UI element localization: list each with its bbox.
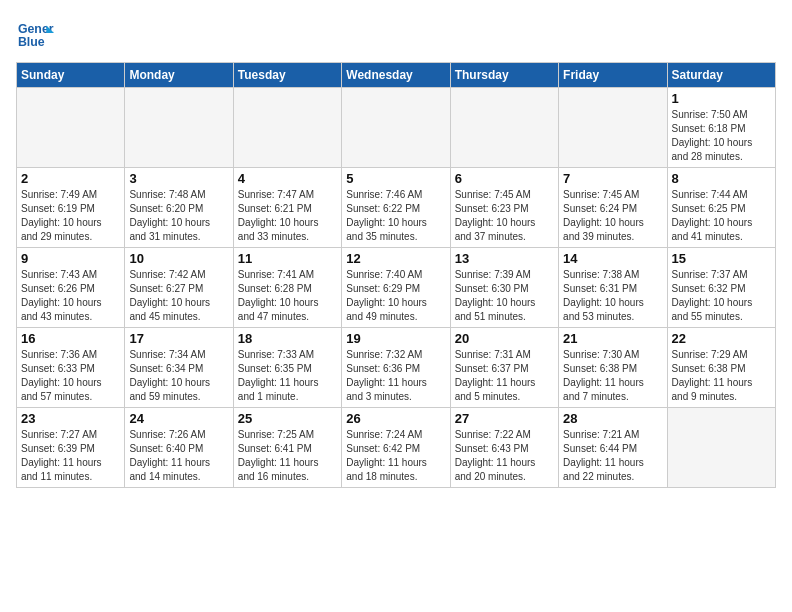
calendar-cell: 13Sunrise: 7:39 AM Sunset: 6:30 PM Dayli… (450, 248, 558, 328)
day-info: Sunrise: 7:46 AM Sunset: 6:22 PM Dayligh… (346, 188, 445, 244)
day-number: 8 (672, 171, 771, 186)
day-number: 19 (346, 331, 445, 346)
calendar-cell: 14Sunrise: 7:38 AM Sunset: 6:31 PM Dayli… (559, 248, 667, 328)
calendar-cell: 2Sunrise: 7:49 AM Sunset: 6:19 PM Daylig… (17, 168, 125, 248)
calendar-cell: 28Sunrise: 7:21 AM Sunset: 6:44 PM Dayli… (559, 408, 667, 488)
calendar-cell: 20Sunrise: 7:31 AM Sunset: 6:37 PM Dayli… (450, 328, 558, 408)
calendar-cell: 4Sunrise: 7:47 AM Sunset: 6:21 PM Daylig… (233, 168, 341, 248)
calendar-cell: 10Sunrise: 7:42 AM Sunset: 6:27 PM Dayli… (125, 248, 233, 328)
calendar-cell: 22Sunrise: 7:29 AM Sunset: 6:38 PM Dayli… (667, 328, 775, 408)
day-info: Sunrise: 7:36 AM Sunset: 6:33 PM Dayligh… (21, 348, 120, 404)
day-number: 2 (21, 171, 120, 186)
day-number: 23 (21, 411, 120, 426)
day-number: 16 (21, 331, 120, 346)
calendar-cell: 16Sunrise: 7:36 AM Sunset: 6:33 PM Dayli… (17, 328, 125, 408)
svg-text:Blue: Blue (18, 35, 45, 49)
day-number: 9 (21, 251, 120, 266)
day-number: 25 (238, 411, 337, 426)
weekday-header-monday: Monday (125, 63, 233, 88)
calendar-cell: 8Sunrise: 7:44 AM Sunset: 6:25 PM Daylig… (667, 168, 775, 248)
calendar-cell: 27Sunrise: 7:22 AM Sunset: 6:43 PM Dayli… (450, 408, 558, 488)
calendar-cell: 24Sunrise: 7:26 AM Sunset: 6:40 PM Dayli… (125, 408, 233, 488)
day-info: Sunrise: 7:24 AM Sunset: 6:42 PM Dayligh… (346, 428, 445, 484)
logo: General Blue (16, 16, 58, 54)
day-number: 18 (238, 331, 337, 346)
calendar-cell: 9Sunrise: 7:43 AM Sunset: 6:26 PM Daylig… (17, 248, 125, 328)
day-info: Sunrise: 7:26 AM Sunset: 6:40 PM Dayligh… (129, 428, 228, 484)
calendar-cell: 6Sunrise: 7:45 AM Sunset: 6:23 PM Daylig… (450, 168, 558, 248)
day-number: 20 (455, 331, 554, 346)
day-number: 22 (672, 331, 771, 346)
calendar-cell (559, 88, 667, 168)
day-info: Sunrise: 7:42 AM Sunset: 6:27 PM Dayligh… (129, 268, 228, 324)
day-number: 17 (129, 331, 228, 346)
calendar-cell: 26Sunrise: 7:24 AM Sunset: 6:42 PM Dayli… (342, 408, 450, 488)
calendar-cell (125, 88, 233, 168)
day-number: 5 (346, 171, 445, 186)
day-info: Sunrise: 7:39 AM Sunset: 6:30 PM Dayligh… (455, 268, 554, 324)
calendar-cell: 11Sunrise: 7:41 AM Sunset: 6:28 PM Dayli… (233, 248, 341, 328)
day-number: 14 (563, 251, 662, 266)
day-info: Sunrise: 7:45 AM Sunset: 6:23 PM Dayligh… (455, 188, 554, 244)
day-info: Sunrise: 7:25 AM Sunset: 6:41 PM Dayligh… (238, 428, 337, 484)
day-info: Sunrise: 7:32 AM Sunset: 6:36 PM Dayligh… (346, 348, 445, 404)
day-info: Sunrise: 7:21 AM Sunset: 6:44 PM Dayligh… (563, 428, 662, 484)
weekday-header-sunday: Sunday (17, 63, 125, 88)
page-header: General Blue (16, 16, 776, 54)
calendar-cell: 19Sunrise: 7:32 AM Sunset: 6:36 PM Dayli… (342, 328, 450, 408)
calendar-cell (17, 88, 125, 168)
day-info: Sunrise: 7:49 AM Sunset: 6:19 PM Dayligh… (21, 188, 120, 244)
day-info: Sunrise: 7:47 AM Sunset: 6:21 PM Dayligh… (238, 188, 337, 244)
day-number: 26 (346, 411, 445, 426)
day-info: Sunrise: 7:31 AM Sunset: 6:37 PM Dayligh… (455, 348, 554, 404)
day-info: Sunrise: 7:27 AM Sunset: 6:39 PM Dayligh… (21, 428, 120, 484)
day-info: Sunrise: 7:45 AM Sunset: 6:24 PM Dayligh… (563, 188, 662, 244)
day-number: 11 (238, 251, 337, 266)
day-number: 28 (563, 411, 662, 426)
day-number: 3 (129, 171, 228, 186)
calendar-cell (233, 88, 341, 168)
day-info: Sunrise: 7:33 AM Sunset: 6:35 PM Dayligh… (238, 348, 337, 404)
day-number: 6 (455, 171, 554, 186)
weekday-header-friday: Friday (559, 63, 667, 88)
weekday-header-wednesday: Wednesday (342, 63, 450, 88)
calendar-cell (342, 88, 450, 168)
day-info: Sunrise: 7:38 AM Sunset: 6:31 PM Dayligh… (563, 268, 662, 324)
calendar-cell: 18Sunrise: 7:33 AM Sunset: 6:35 PM Dayli… (233, 328, 341, 408)
weekday-header-thursday: Thursday (450, 63, 558, 88)
day-number: 4 (238, 171, 337, 186)
day-info: Sunrise: 7:41 AM Sunset: 6:28 PM Dayligh… (238, 268, 337, 324)
day-info: Sunrise: 7:50 AM Sunset: 6:18 PM Dayligh… (672, 108, 771, 164)
day-number: 7 (563, 171, 662, 186)
day-info: Sunrise: 7:44 AM Sunset: 6:25 PM Dayligh… (672, 188, 771, 244)
calendar-cell: 25Sunrise: 7:25 AM Sunset: 6:41 PM Dayli… (233, 408, 341, 488)
calendar-cell (450, 88, 558, 168)
day-info: Sunrise: 7:22 AM Sunset: 6:43 PM Dayligh… (455, 428, 554, 484)
calendar-cell: 17Sunrise: 7:34 AM Sunset: 6:34 PM Dayli… (125, 328, 233, 408)
calendar-cell (667, 408, 775, 488)
day-info: Sunrise: 7:48 AM Sunset: 6:20 PM Dayligh… (129, 188, 228, 244)
day-info: Sunrise: 7:40 AM Sunset: 6:29 PM Dayligh… (346, 268, 445, 324)
calendar-cell: 5Sunrise: 7:46 AM Sunset: 6:22 PM Daylig… (342, 168, 450, 248)
day-number: 15 (672, 251, 771, 266)
day-number: 24 (129, 411, 228, 426)
day-info: Sunrise: 7:43 AM Sunset: 6:26 PM Dayligh… (21, 268, 120, 324)
calendar-cell: 3Sunrise: 7:48 AM Sunset: 6:20 PM Daylig… (125, 168, 233, 248)
calendar-cell: 12Sunrise: 7:40 AM Sunset: 6:29 PM Dayli… (342, 248, 450, 328)
day-info: Sunrise: 7:29 AM Sunset: 6:38 PM Dayligh… (672, 348, 771, 404)
day-number: 21 (563, 331, 662, 346)
calendar-cell: 23Sunrise: 7:27 AM Sunset: 6:39 PM Dayli… (17, 408, 125, 488)
day-info: Sunrise: 7:30 AM Sunset: 6:38 PM Dayligh… (563, 348, 662, 404)
day-number: 10 (129, 251, 228, 266)
calendar-cell: 21Sunrise: 7:30 AM Sunset: 6:38 PM Dayli… (559, 328, 667, 408)
calendar-cell: 1Sunrise: 7:50 AM Sunset: 6:18 PM Daylig… (667, 88, 775, 168)
calendar-cell: 7Sunrise: 7:45 AM Sunset: 6:24 PM Daylig… (559, 168, 667, 248)
calendar-cell: 15Sunrise: 7:37 AM Sunset: 6:32 PM Dayli… (667, 248, 775, 328)
calendar-table: SundayMondayTuesdayWednesdayThursdayFrid… (16, 62, 776, 488)
day-info: Sunrise: 7:34 AM Sunset: 6:34 PM Dayligh… (129, 348, 228, 404)
day-number: 1 (672, 91, 771, 106)
day-info: Sunrise: 7:37 AM Sunset: 6:32 PM Dayligh… (672, 268, 771, 324)
weekday-header-tuesday: Tuesday (233, 63, 341, 88)
day-number: 12 (346, 251, 445, 266)
day-number: 27 (455, 411, 554, 426)
